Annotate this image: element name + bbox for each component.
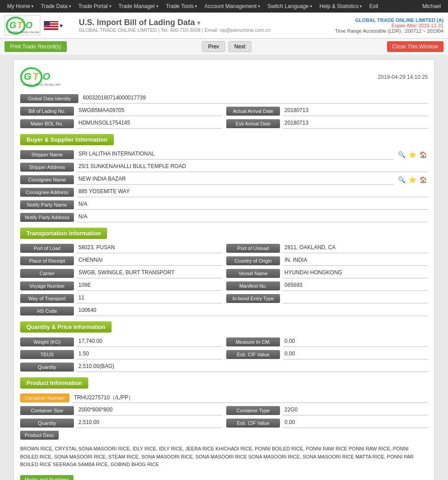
consignee-name-row: Consignee Name NEW INDIA BAZAR 🔍 ⭐ 🏠: [20, 175, 428, 185]
measure-value: 0.00: [283, 337, 428, 347]
username-display: Michael: [419, 0, 444, 13]
shipper-name-value: SRI LALITHA INTERNATIONAL: [77, 150, 394, 160]
esti-arrival-label: Esti Arrival Date: [226, 119, 280, 128]
bol-group: Bill of Lading No. SWGB5MAA09705: [20, 106, 222, 116]
svg-text:G: G: [24, 71, 31, 82]
search-icon[interactable]: 🔍: [396, 150, 406, 160]
notify-address-label: Notify Party Address: [20, 213, 74, 222]
product-quantity-label: Quantity: [20, 419, 74, 428]
container-size-group: Container Size 2000*806*800: [20, 406, 222, 415]
star-icon[interactable]: ⭐: [407, 150, 417, 160]
close-button[interactable]: Close This Window: [387, 41, 444, 52]
top-navigation: My Home ▾ Trade Data ▾ Trade Portal ▾ Tr…: [0, 0, 448, 13]
gto-logo-svg: G T O GLOBAL TRADE ONLINE LIMITED: [6, 16, 39, 35]
bol-label: Bill of Lading No.: [20, 107, 74, 116]
product-quantity-row: Quantity 2,510.00 Esti. CIF Value 0.00: [20, 418, 428, 428]
chevron-down-icon: ▾: [258, 4, 260, 9]
manifest-value: 065693: [283, 281, 428, 291]
manifest-label: Manifest No.: [226, 281, 280, 290]
teus-group: TEUS 1.50: [20, 350, 222, 359]
home-icon[interactable]: 🏠: [418, 150, 428, 160]
nav-trade-tools[interactable]: Trade Tools ▾: [162, 0, 201, 13]
record-logo-svg: G T O GLOBAL TRADE ONLINE LIMITED: [20, 66, 60, 88]
notify-name-row: Notify Party Name N/A: [20, 200, 428, 210]
svg-rect-9: [44, 26, 58, 27]
dropdown-icon[interactable]: ▾: [197, 19, 200, 26]
notify-address-value: N/A: [77, 212, 428, 222]
consignee-address-value: 885 YOSEMITE WAY: [77, 187, 428, 197]
weight-value: 17,740.00: [77, 337, 222, 347]
top-toolbar: Print Trade Record(s) Prev Next Close Th…: [0, 39, 448, 55]
transportation-header: Transportation Information: [20, 228, 107, 239]
product-desc-row: Product Desc: [20, 431, 428, 440]
voyage-row: Voyage Number 109E Manifest No. 065693: [20, 281, 428, 291]
weight-group: Weight (KG) 17,740.00: [20, 337, 222, 347]
nav-trade-manager[interactable]: Trade Manager ▾: [115, 0, 163, 13]
global-data-identity-label: Global Data Identity: [20, 94, 78, 103]
container-number-group: Container Number TRHU2275710（/L/PP）: [20, 393, 428, 403]
record-card: G T O GLOBAL TRADE ONLINE LIMITED 2019-0…: [13, 59, 435, 480]
nav-account-management[interactable]: Account Management ▾: [201, 0, 264, 13]
carrier-label: Carrier: [20, 269, 74, 278]
page-subtitle: GLOBAL TRADE ONLINE LIMITED | Tel: 400-7…: [79, 27, 335, 33]
svg-text:G: G: [9, 20, 17, 30]
shipper-address-label: Shipper Address: [20, 163, 74, 172]
home-icon[interactable]: 🏠: [418, 175, 428, 185]
shipper-icons: 🔍 ⭐ 🏠: [396, 150, 428, 160]
nav-exit[interactable]: Exit: [366, 0, 382, 13]
chevron-down-icon: ▾: [69, 4, 71, 9]
nav-trade-portal[interactable]: Trade Portal ▾: [75, 0, 115, 13]
svg-text:T: T: [33, 71, 39, 82]
marks-button[interactable]: Marks and Numbers: [20, 475, 73, 480]
search-icon[interactable]: 🔍: [396, 175, 406, 185]
page-title: U.S. Import Bill of Lading Data ▾: [79, 18, 335, 27]
product-desc-text: BROWN RICE, CRYSTAL SONA MASOORI RICE, I…: [20, 442, 428, 471]
consignee-name-value: NEW INDIA BAZAR: [77, 175, 394, 185]
flag-selector[interactable]: ▾: [44, 21, 63, 30]
record-header: G T O GLOBAL TRADE ONLINE LIMITED 2019-0…: [20, 66, 428, 88]
vessel-name-label: Vessel Name: [226, 269, 280, 278]
nav-switch-language[interactable]: Switch Language ▾: [264, 0, 316, 13]
marks-row: Marks and Numbers: [20, 475, 428, 480]
container-type-group: Container Type 22G0: [226, 406, 428, 415]
container-number-value: TRHU2275710（/L/PP）: [72, 393, 428, 403]
product-desc-button[interactable]: Product Desc: [20, 431, 59, 440]
esti-cif-label: Esti. CIF Value: [226, 350, 280, 359]
svg-rect-10: [44, 27, 58, 28]
actual-arrival-group: Actual Arrival Date 20180713: [226, 106, 428, 116]
consignee-address-row: Consignee Address 885 YOSEMITE WAY: [20, 187, 428, 197]
nav-help-statistics[interactable]: Help & Statistics ▾: [316, 0, 366, 13]
receipt-row: Place of Receipt CHENNAI Country of Orig…: [20, 256, 428, 266]
print-button[interactable]: Print Trade Record(s): [4, 41, 67, 52]
container-number-button[interactable]: Container Number: [20, 394, 69, 402]
container-type-label: Container Type: [226, 406, 280, 415]
star-icon[interactable]: ⭐: [407, 175, 417, 185]
account-info: GLOBAL TRADE ONLINE LIMITED (A) Expire A…: [335, 17, 444, 34]
global-data-identity-value: 600320180714000017739: [81, 94, 428, 104]
container-size-value: 2000*806*800: [77, 406, 222, 415]
hs-code-value: 100640: [77, 306, 428, 316]
container-size-row: Container Size 2000*806*800 Container Ty…: [20, 406, 428, 415]
manifest-group: Manifest No. 065693: [226, 281, 428, 291]
country-origin-label: Country of Origin: [226, 256, 280, 265]
page-title-area: U.S. Import Bill of Lading Data ▾ GLOBAL…: [79, 18, 335, 33]
nav-trade-data[interactable]: Trade Data ▾: [37, 0, 75, 13]
quantity-label: Quantity: [20, 363, 74, 372]
global-data-identity-row: Global Data Identity 6003201807140000177…: [20, 94, 428, 104]
next-button[interactable]: Next: [228, 41, 251, 52]
mater-bol-row: Mater BOL No. HDMUNSOL1754145 Esti Arriv…: [20, 119, 428, 129]
hs-code-row: HS Code 100640: [20, 306, 428, 316]
shipper-name-row: Shipper Name SRI LALITHA INTERNATIONAL 🔍…: [20, 150, 428, 160]
prev-button[interactable]: Prev: [202, 41, 225, 52]
shipper-name-label: Shipper Name: [20, 150, 74, 159]
nav-my-home[interactable]: My Home ▾: [4, 0, 37, 13]
inbond-label: In-bond Entry Type: [226, 294, 280, 303]
svg-rect-12: [44, 21, 50, 26]
product-header: Product Information: [20, 377, 88, 389]
record-logo: G T O GLOBAL TRADE ONLINE LIMITED: [20, 66, 60, 88]
port-load-group: Port of Load 58023, PUSAN: [20, 243, 222, 253]
vessel-name-value: HYUNDAI HONGKONG: [283, 268, 428, 278]
svg-rect-11: [44, 28, 58, 29]
port-load-value: 58023, PUSAN: [77, 243, 222, 253]
record-datetime: 2019-04-29 14:10:25: [378, 74, 428, 80]
